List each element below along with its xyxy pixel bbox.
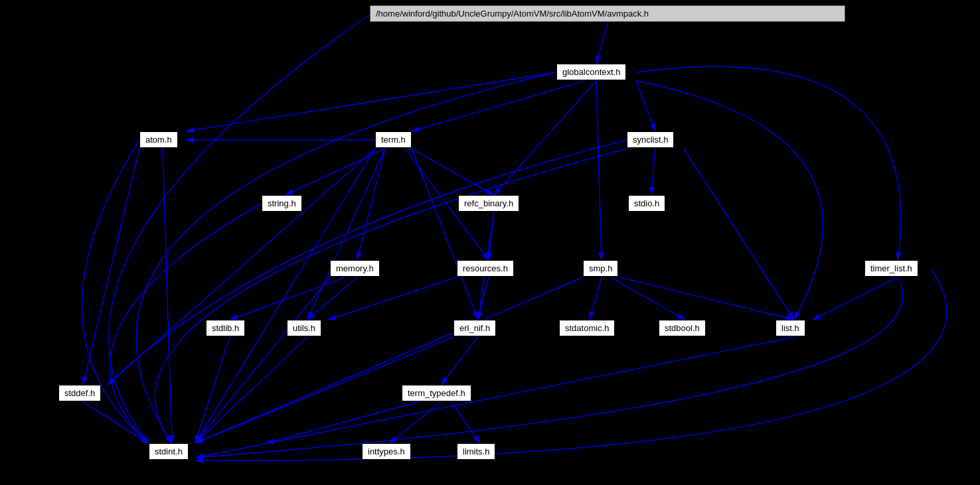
svg-line-24	[478, 277, 489, 320]
svg-line-16	[195, 149, 375, 443]
node-smp: smp.h	[583, 260, 618, 277]
node-stddef: stddef.h	[58, 385, 101, 401]
node-atom: atom.h	[139, 131, 178, 148]
svg-line-35	[195, 337, 794, 458]
graph-container: /home/winford/github/UncleGrumpy/AtomVM/…	[0, 0, 980, 485]
svg-line-9	[83, 149, 139, 385]
node-memory: memory.h	[330, 260, 380, 277]
node-resources: resources.h	[457, 260, 514, 277]
node-limits: limits.h	[457, 443, 495, 460]
svg-line-30	[813, 277, 898, 320]
node-string: string.h	[262, 195, 302, 212]
svg-line-10	[286, 149, 385, 195]
svg-line-31	[195, 337, 230, 443]
node-term: term.h	[375, 131, 412, 148]
svg-line-1	[596, 24, 608, 64]
svg-line-3	[412, 81, 584, 131]
svg-line-6	[651, 149, 655, 195]
svg-line-28	[620, 277, 794, 320]
svg-line-2	[186, 72, 556, 131]
svg-line-27	[611, 277, 685, 320]
node-stdlib: stdlib.h	[206, 320, 245, 336]
svg-line-23	[195, 277, 330, 443]
node-erl-nif: erl_nif.h	[453, 320, 496, 336]
svg-line-7	[684, 149, 794, 320]
svg-line-19	[489, 212, 494, 260]
node-stdbool: stdbool.h	[659, 320, 706, 336]
svg-line-40	[596, 81, 602, 260]
svg-line-36	[83, 402, 149, 443]
svg-line-21	[230, 277, 345, 320]
svg-line-5	[494, 81, 596, 195]
node-utils: utils.h	[287, 320, 321, 336]
svg-line-4	[636, 81, 655, 131]
svg-line-32	[195, 337, 307, 443]
svg-line-29	[195, 277, 583, 443]
node-timer-list: timer_list.h	[864, 260, 918, 277]
svg-line-17	[307, 149, 385, 320]
node-inttypes: inttypes.h	[362, 443, 411, 460]
svg-line-25	[328, 277, 457, 320]
svg-line-37	[266, 402, 418, 443]
svg-line-12	[357, 149, 385, 260]
node-list: list.h	[776, 320, 805, 336]
svg-line-8	[163, 149, 172, 443]
node-root: /home/winford/github/UncleGrumpy/AtomVM/…	[370, 5, 845, 22]
arrows-svg	[0, 0, 980, 485]
node-globalcontext: globalcontext.h	[556, 64, 626, 80]
svg-line-38	[390, 402, 441, 443]
svg-line-33	[441, 337, 478, 385]
svg-line-11	[412, 149, 494, 195]
svg-line-26	[590, 277, 602, 320]
node-synclist: synclist.h	[627, 131, 674, 148]
node-stdio: stdio.h	[628, 195, 665, 212]
node-stdatomic: stdatomic.h	[559, 320, 615, 336]
svg-line-39	[451, 402, 480, 443]
svg-line-22	[307, 277, 357, 320]
svg-line-14	[412, 149, 478, 320]
node-term-typedef: term_typedef.h	[402, 385, 471, 401]
node-stdint: stdint.h	[149, 443, 189, 460]
node-refc-binary: refc_binary.h	[458, 195, 519, 212]
